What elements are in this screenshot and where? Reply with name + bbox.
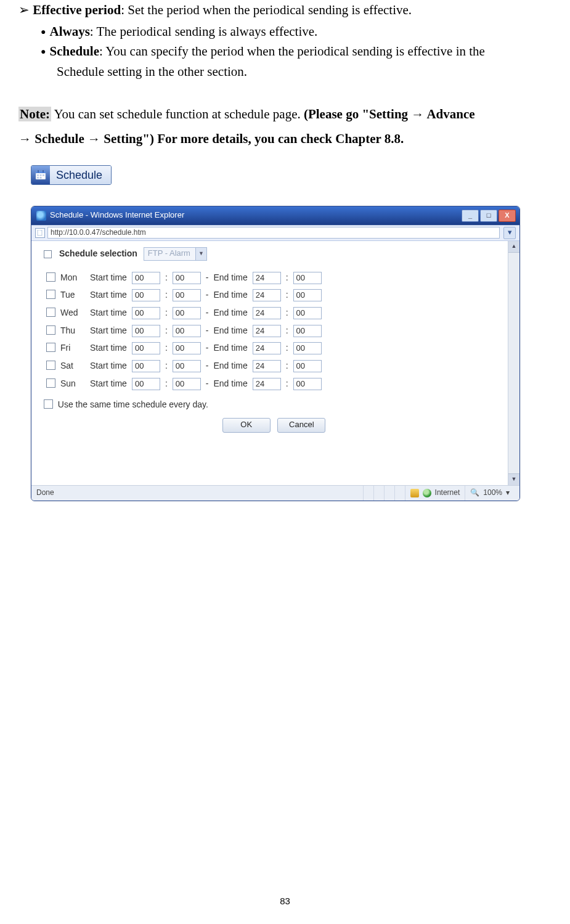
start-min-input[interactable]: 00 — [173, 289, 201, 301]
colon: : — [163, 341, 170, 355]
ie-favicon-icon — [36, 211, 46, 221]
day-label: Sat — [60, 361, 73, 370]
end-label: End time — [213, 272, 247, 282]
minimize-icon: _ — [468, 212, 472, 219]
scroll-down-button[interactable]: ▼ — [508, 473, 519, 485]
schedule-row: SunStart time00:00-End time24:00 — [44, 377, 324, 391]
note-bold-2: → Schedule → Setting") For more details,… — [18, 131, 404, 146]
end-min-input[interactable]: 00 — [293, 272, 322, 284]
end-min-input[interactable]: 00 — [293, 360, 322, 372]
day-label: Mon — [60, 272, 77, 282]
start-label: Start time — [90, 361, 127, 370]
start-label: Start time — [90, 378, 127, 388]
end-min-input[interactable]: 00 — [293, 307, 322, 319]
end-hour-input[interactable]: 24 — [253, 307, 281, 319]
always-label: Always — [49, 24, 89, 39]
end-hour-input[interactable]: 24 — [253, 289, 281, 301]
colon: : — [283, 324, 291, 338]
vertical-scrollbar[interactable]: ▲ ▼ — [508, 241, 519, 485]
chevron-down-icon: ▾ — [506, 487, 510, 499]
start-min-input[interactable]: 00 — [173, 307, 201, 319]
maximize-button[interactable]: □ — [480, 210, 497, 222]
schedule-selection-dropdown[interactable]: FTP - Alarm ▼ — [144, 247, 207, 261]
always-text: : The periodical sending is always effec… — [90, 24, 318, 39]
chevron-down-icon: ▼ — [511, 475, 517, 484]
schedule-button-label: Schedule — [50, 166, 111, 184]
chevron-down-icon: ▾ — [508, 226, 512, 239]
day-label: Tue — [60, 290, 75, 300]
same-time-checkbox[interactable] — [44, 399, 53, 409]
start-min-input[interactable]: 00 — [173, 325, 201, 337]
close-button[interactable]: X — [499, 210, 516, 222]
day-checkbox[interactable] — [46, 361, 55, 370]
end-min-input[interactable]: 00 — [293, 342, 322, 354]
day-label: Wed — [60, 308, 78, 317]
dropdown-value: FTP - Alarm — [148, 247, 190, 260]
minimize-button[interactable]: _ — [462, 210, 479, 222]
dash: - — [203, 341, 211, 355]
colon: : — [283, 377, 291, 391]
security-zone: Internet — [405, 486, 465, 501]
page-number: 83 — [0, 894, 570, 908]
schedule-button[interactable]: Schedule — [31, 165, 112, 185]
end-min-input[interactable]: 00 — [293, 325, 322, 337]
schedule-row: SatStart time00:00-End time24:00 — [44, 359, 324, 373]
end-hour-input[interactable]: 24 — [253, 272, 281, 284]
start-label: Start time — [90, 343, 127, 353]
maximize-icon: □ — [487, 212, 491, 219]
same-time-label: Use the same time schedule every day. — [58, 399, 208, 409]
start-hour-input[interactable]: 00 — [132, 360, 160, 372]
scroll-up-button[interactable]: ▲ — [508, 241, 519, 253]
note-text-1: You can set schedule function at schedul… — [51, 107, 304, 121]
ok-button[interactable]: OK — [222, 418, 271, 433]
effective-period-label: Effective period — [33, 2, 121, 17]
zoom-icon: 🔍 — [470, 487, 479, 499]
end-label: End time — [213, 325, 247, 335]
end-hour-input[interactable]: 24 — [253, 325, 281, 337]
cancel-button[interactable]: Cancel — [277, 418, 325, 433]
svg-rect-1 — [36, 171, 46, 173]
start-min-input[interactable]: 00 — [173, 378, 201, 390]
start-hour-input[interactable]: 00 — [132, 342, 160, 354]
colon: : — [163, 377, 170, 391]
start-min-input[interactable]: 00 — [173, 342, 201, 354]
end-label: End time — [213, 378, 247, 388]
schedule-row: WedStart time00:00-End time24:00 — [44, 306, 324, 320]
start-hour-input[interactable]: 00 — [132, 289, 160, 301]
end-hour-input[interactable]: 24 — [253, 378, 281, 390]
schedule-line-1: ●Schedule: You can specify the period wh… — [41, 41, 552, 62]
colon: : — [163, 288, 170, 302]
start-min-input[interactable]: 00 — [173, 360, 201, 372]
start-hour-input[interactable]: 00 — [132, 307, 160, 319]
day-checkbox[interactable] — [46, 290, 55, 299]
day-checkbox[interactable] — [46, 343, 55, 352]
end-min-input[interactable]: 00 — [293, 289, 322, 301]
start-hour-input[interactable]: 00 — [132, 378, 160, 390]
end-label: End time — [213, 343, 247, 353]
end-min-input[interactable]: 00 — [293, 378, 322, 390]
note-bold-1: (Please go "Setting → Advance — [304, 107, 475, 121]
colon: : — [163, 359, 170, 373]
colon: : — [163, 324, 170, 338]
start-min-input[interactable]: 00 — [173, 272, 201, 284]
shield-icon — [410, 489, 419, 497]
start-hour-input[interactable]: 00 — [132, 325, 160, 337]
dash: - — [203, 271, 211, 285]
schedule-row: TueStart time00:00-End time24:00 — [44, 288, 324, 302]
day-checkbox[interactable] — [46, 325, 55, 335]
start-hour-input[interactable]: 00 — [132, 272, 160, 284]
end-hour-input[interactable]: 24 — [253, 342, 281, 354]
dash: - — [203, 324, 211, 338]
start-label: Start time — [90, 290, 127, 300]
end-label: End time — [213, 308, 247, 317]
day-checkbox[interactable] — [46, 378, 55, 388]
url-dropdown[interactable]: ▾ — [503, 227, 516, 239]
schedule-text-2: Schedule setting in the other section. — [57, 64, 247, 79]
zoom-control[interactable]: 🔍 100% ▾ — [465, 486, 515, 501]
bullet-dot-icon: ● — [41, 25, 46, 39]
schedule-line-2: Schedule setting in the other section. — [57, 62, 552, 82]
day-checkbox[interactable] — [46, 308, 55, 317]
day-checkbox[interactable] — [46, 272, 55, 282]
url-field[interactable]: http://10.0.0.47/schedule.htm — [47, 227, 500, 239]
end-hour-input[interactable]: 24 — [253, 360, 281, 372]
